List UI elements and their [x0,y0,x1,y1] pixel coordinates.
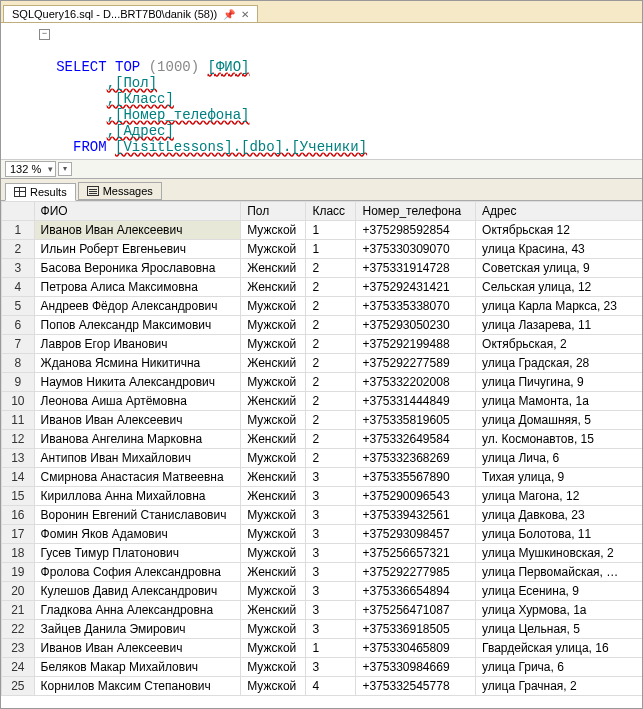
cell-fio[interactable]: Фомин Яков Адамович [34,525,241,544]
results-grid[interactable]: ФИО Пол Класс Номер_телефона Адрес 1Иван… [1,201,642,696]
row-number[interactable]: 10 [2,392,35,411]
table-row[interactable]: 15Кириллова Анна МихайловнаЖенский3+3752… [2,487,643,506]
cell-kls[interactable]: 3 [306,563,356,582]
table-row[interactable]: 11Иванов Иван АлексеевичМужской2+3753358… [2,411,643,430]
cell-tel[interactable]: +375330984669 [356,658,476,677]
table-row[interactable]: 21Гладкова Анна АлександровнаЖенский3+37… [2,601,643,620]
cell-fio[interactable]: Иванов Иван Алексеевич [34,411,241,430]
cell-tel[interactable]: +375256657321 [356,544,476,563]
cell-pol[interactable]: Женский [241,259,306,278]
cell-pol[interactable]: Мужской [241,297,306,316]
table-row[interactable]: 5Андреев Фёдор АлександровичМужской2+375… [2,297,643,316]
row-number[interactable]: 17 [2,525,35,544]
cell-kls[interactable]: 2 [306,259,356,278]
row-number[interactable]: 6 [2,316,35,335]
cell-fio[interactable]: Басова Вероника Ярославовна [34,259,241,278]
cell-fio[interactable]: Петрова Алиса Максимовна [34,278,241,297]
cell-kls[interactable]: 2 [306,373,356,392]
cell-fio[interactable]: Зайцев Данила Эмирович [34,620,241,639]
tab-results[interactable]: Results [5,183,76,201]
cell-fio[interactable]: Попов Александр Максимович [34,316,241,335]
table-row[interactable]: 3Басова Вероника ЯрославовнаЖенский2+375… [2,259,643,278]
cell-fio[interactable]: Ильин Роберт Евгеньевич [34,240,241,259]
cell-adr[interactable]: улица Мушкиновская, 2 [476,544,642,563]
cell-pol[interactable]: Мужской [241,677,306,696]
row-number[interactable]: 2 [2,240,35,259]
cell-tel[interactable]: +375331444849 [356,392,476,411]
cell-pol[interactable]: Мужской [241,373,306,392]
cell-adr[interactable]: улица Болотова, 11 [476,525,642,544]
cell-kls[interactable]: 2 [306,297,356,316]
cell-pol[interactable]: Мужской [241,506,306,525]
table-row[interactable]: 16Воронин Евгений СтаниславовичМужской3+… [2,506,643,525]
table-row[interactable]: 22Зайцев Данила ЭмировичМужской3+3753369… [2,620,643,639]
table-row[interactable]: 4Петрова Алиса МаксимовнаЖенский2+375292… [2,278,643,297]
cell-adr[interactable]: улица Хурмова, 1а [476,601,642,620]
row-number[interactable]: 19 [2,563,35,582]
cell-pol[interactable]: Мужской [241,544,306,563]
cell-pol[interactable]: Мужской [241,639,306,658]
cell-adr[interactable]: улица Есенина, 9 [476,582,642,601]
table-row[interactable]: 9Наумов Никита АлександровичМужской2+375… [2,373,643,392]
cell-kls[interactable]: 3 [306,582,356,601]
table-row[interactable]: 6Попов Александр МаксимовичМужской2+3752… [2,316,643,335]
cell-pol[interactable]: Женский [241,278,306,297]
cell-kls[interactable]: 1 [306,639,356,658]
row-number[interactable]: 7 [2,335,35,354]
sql-editor[interactable]: − SELECT TOP (1000) [ФИО] ,[Пол] ,[Класс… [1,23,642,160]
cell-pol[interactable]: Мужской [241,335,306,354]
cell-adr[interactable]: улица Грачная, 2 [476,677,642,696]
row-number[interactable]: 18 [2,544,35,563]
cell-tel[interactable]: +375292277589 [356,354,476,373]
cell-fio[interactable]: Андреев Фёдор Александрович [34,297,241,316]
cell-fio[interactable]: Наумов Никита Александрович [34,373,241,392]
splitter-dropdown[interactable]: ▾ [58,162,72,176]
cell-tel[interactable]: +375293050230 [356,316,476,335]
cell-pol[interactable]: Мужской [241,658,306,677]
cell-kls[interactable]: 2 [306,430,356,449]
cell-fio[interactable]: Гусев Тимур Платонович [34,544,241,563]
cell-fio[interactable]: Кулешов Давид Александрович [34,582,241,601]
row-number[interactable]: 16 [2,506,35,525]
rownum-header[interactable] [2,202,35,221]
cell-adr[interactable]: Октябрьская, 2 [476,335,642,354]
cell-adr[interactable]: Октябрьская 12 [476,221,642,240]
cell-fio[interactable]: Смирнова Анастасия Матвеевна [34,468,241,487]
close-icon[interactable]: ✕ [241,9,249,20]
col-header-adr[interactable]: Адрес [476,202,642,221]
cell-tel[interactable]: +375292431421 [356,278,476,297]
cell-pol[interactable]: Женский [241,430,306,449]
cell-tel[interactable]: +375332368269 [356,449,476,468]
cell-adr[interactable]: улица Лазарева, 11 [476,316,642,335]
cell-tel[interactable]: +375293098457 [356,525,476,544]
cell-tel[interactable]: +375339432561 [356,506,476,525]
cell-adr[interactable]: улица Первомайская, … [476,563,642,582]
cell-adr[interactable]: Сельская улица, 12 [476,278,642,297]
cell-adr[interactable]: улица Давкова, 23 [476,506,642,525]
table-row[interactable]: 25Корнилов Максим СтепановичМужской4+375… [2,677,643,696]
cell-fio[interactable]: Гладкова Анна Александровна [34,601,241,620]
cell-pol[interactable]: Мужской [241,525,306,544]
cell-kls[interactable]: 2 [306,392,356,411]
cell-kls[interactable]: 2 [306,335,356,354]
cell-adr[interactable]: улица Магона, 12 [476,487,642,506]
cell-fio[interactable]: Иванова Ангелина Марковна [34,430,241,449]
file-tab[interactable]: SQLQuery16.sql - D...BRT7B0\danik (58)) … [3,5,258,22]
cell-pol[interactable]: Женский [241,487,306,506]
cell-pol[interactable]: Мужской [241,316,306,335]
row-number[interactable]: 12 [2,430,35,449]
cell-adr[interactable]: улица Грича, 6 [476,658,642,677]
cell-tel[interactable]: +375256471087 [356,601,476,620]
row-number[interactable]: 9 [2,373,35,392]
cell-fio[interactable]: Иванов Иван Алексеевич [34,221,241,240]
cell-adr[interactable]: улица Лича, 6 [476,449,642,468]
cell-pol[interactable]: Женский [241,601,306,620]
cell-kls[interactable]: 1 [306,221,356,240]
table-row[interactable]: 12Иванова Ангелина МарковнаЖенский2+3753… [2,430,643,449]
cell-pol[interactable]: Женский [241,392,306,411]
cell-fio[interactable]: Кириллова Анна Михайловна [34,487,241,506]
cell-adr[interactable]: улица Красина, 43 [476,240,642,259]
row-number[interactable]: 23 [2,639,35,658]
fold-toggle[interactable]: − [39,29,50,40]
zoom-select[interactable]: 132 % [5,161,56,177]
